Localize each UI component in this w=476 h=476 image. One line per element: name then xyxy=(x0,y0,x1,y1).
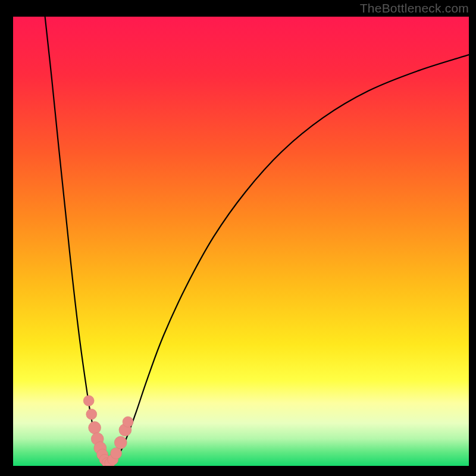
data-marker xyxy=(86,409,97,419)
data-marker xyxy=(123,416,133,427)
chart-svg xyxy=(13,17,469,466)
data-marker xyxy=(111,447,122,459)
data-marker xyxy=(83,396,94,406)
gradient-background xyxy=(13,17,469,466)
data-marker xyxy=(89,421,101,434)
watermark-text: TheBottleneck.com xyxy=(360,1,469,15)
chart-frame: TheBottleneck.com xyxy=(0,0,476,476)
chart-plot-area xyxy=(13,17,469,466)
data-marker xyxy=(114,436,127,449)
